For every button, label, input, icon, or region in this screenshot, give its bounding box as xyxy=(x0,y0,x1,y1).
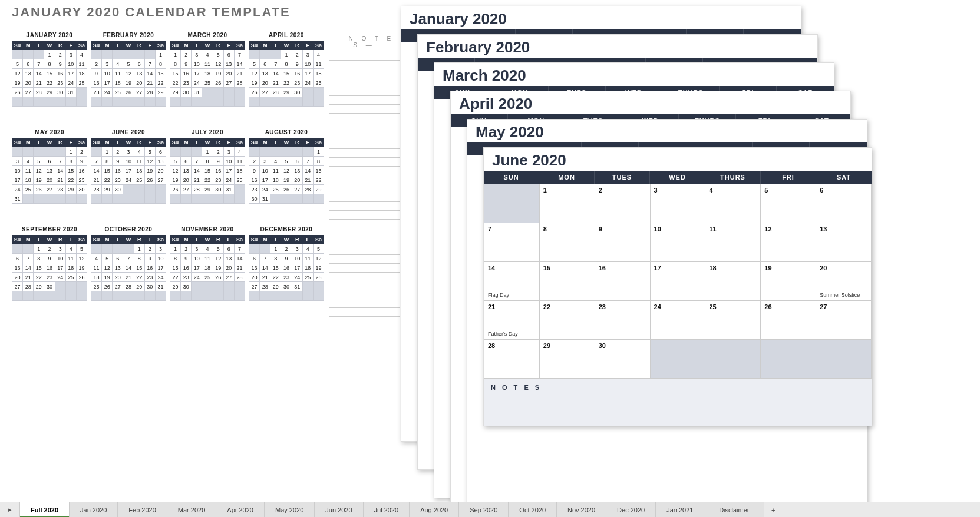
mini-day-cell: 17 xyxy=(123,166,134,175)
mini-day-cell: 11 xyxy=(202,59,213,69)
day-cell[interactable]: 5 xyxy=(761,184,816,223)
month-sheet-front: June 2020SUNMONTUESWEDTHURSFRISAT1234567… xyxy=(483,147,872,426)
day-cell[interactable]: 29 xyxy=(540,340,595,379)
day-cell[interactable]: 21Father's Day xyxy=(484,301,540,340)
mini-dow-header: Sa xyxy=(313,236,324,244)
mini-day-cell: 24 xyxy=(192,78,202,88)
mini-day-cell: 6 xyxy=(292,157,302,166)
day-cell[interactable]: 3 xyxy=(651,184,706,223)
day-cell[interactable]: 23 xyxy=(595,301,651,340)
notes-line xyxy=(329,193,400,202)
mini-day-cell xyxy=(134,194,144,204)
mini-day-cell: 24 xyxy=(292,273,302,282)
day-cell[interactable]: 13 xyxy=(816,223,872,262)
day-cell[interactable]: 2 xyxy=(595,184,651,223)
sheet-tab[interactable]: May 2020 xyxy=(265,502,315,517)
day-cell[interactable] xyxy=(816,340,872,379)
mini-day-cell xyxy=(144,194,155,204)
mini-month-table: SuMTWRFSa1234567891011121314151617181920… xyxy=(12,41,87,107)
tab-nav-prev-button[interactable]: ▸ xyxy=(0,502,20,517)
day-cell[interactable]: 26 xyxy=(761,301,816,340)
day-cell[interactable]: 20Summer Solstice xyxy=(816,262,872,301)
mini-day-cell: 20 xyxy=(134,78,144,88)
mini-day-cell: 20 xyxy=(181,175,192,185)
mini-day-cell xyxy=(249,291,260,301)
sheet-tab[interactable]: Aug 2020 xyxy=(410,502,459,517)
mini-day-cell: 15 xyxy=(270,263,281,273)
mini-day-cell: 1 xyxy=(202,147,213,157)
day-cell[interactable]: 7 xyxy=(484,223,540,262)
mini-day-cell xyxy=(192,282,202,291)
mini-dow-header: Su xyxy=(12,41,23,50)
notes-line xyxy=(329,211,400,220)
mini-day-cell xyxy=(91,291,102,301)
sheet-tab[interactable]: Oct 2020 xyxy=(509,502,557,517)
mini-day-cell: 5 xyxy=(76,244,87,254)
day-cell[interactable] xyxy=(705,340,761,379)
sheet-tab[interactable]: Jan 2020 xyxy=(70,502,118,517)
day-cell[interactable]: 14Flag Day xyxy=(484,262,540,301)
day-cell[interactable]: 27 xyxy=(816,301,872,340)
day-cell[interactable] xyxy=(484,184,540,223)
day-cell[interactable]: 19 xyxy=(761,262,816,301)
mini-dow-header: M xyxy=(102,236,113,244)
sheet-tab[interactable]: Feb 2020 xyxy=(118,502,167,517)
day-cell[interactable] xyxy=(761,340,816,379)
mini-day-cell: 14 xyxy=(234,254,245,263)
day-cell[interactable]: 28 xyxy=(484,340,540,379)
sheet-tab[interactable]: Full 2020 xyxy=(20,502,70,517)
day-cell[interactable]: 16 xyxy=(595,262,651,301)
day-cell[interactable]: 10 xyxy=(651,223,706,262)
mini-day-cell: 2 xyxy=(292,50,302,59)
mini-day-cell xyxy=(144,291,155,301)
mini-day-cell xyxy=(313,194,324,204)
dow-header-cell: SAT xyxy=(816,171,872,184)
day-cell[interactable]: 17 xyxy=(651,262,706,301)
day-cell[interactable]: 22 xyxy=(540,301,595,340)
mini-day-cell: 9 xyxy=(213,157,223,166)
mini-dow-header: F xyxy=(223,138,234,147)
mini-day-cell xyxy=(23,194,34,204)
mini-day-cell xyxy=(34,194,44,204)
mini-day-cell: 25 xyxy=(270,185,281,194)
mini-dow-header: F xyxy=(65,41,76,50)
mini-dow-header: Sa xyxy=(76,138,87,147)
mini-day-cell: 18 xyxy=(91,273,102,282)
month-notes-area[interactable]: N O T E S xyxy=(484,379,872,426)
day-cell[interactable]: 30 xyxy=(595,340,651,379)
sheet-tab[interactable]: Jul 2020 xyxy=(364,502,410,517)
day-cell[interactable]: 11 xyxy=(705,223,761,262)
sheet-tab[interactable]: Jun 2020 xyxy=(315,502,363,517)
mini-day-cell: 2 xyxy=(249,157,260,166)
sheet-tab[interactable]: Sep 2020 xyxy=(459,502,509,517)
mini-day-cell: 20 xyxy=(12,273,23,282)
mini-day-cell: 20 xyxy=(223,69,234,78)
day-cell[interactable]: 15 xyxy=(540,262,595,301)
mini-dow-header: Sa xyxy=(76,236,87,244)
sheet-tab[interactable]: Jan 2021 xyxy=(656,502,704,517)
day-cell[interactable]: 18 xyxy=(705,262,761,301)
day-cell[interactable]: 8 xyxy=(540,223,595,262)
mini-month-table: SuMTWRFSa1234567891011121314151617181920… xyxy=(12,235,87,301)
mini-day-cell: 18 xyxy=(313,69,324,78)
day-cell[interactable]: 25 xyxy=(705,301,761,340)
day-cell[interactable] xyxy=(651,340,706,379)
mini-day-cell xyxy=(102,291,113,301)
mini-day-cell: 5 xyxy=(144,147,155,157)
mini-day-cell xyxy=(12,244,23,254)
sheet-tab[interactable]: - Disclaimer - xyxy=(704,502,764,517)
day-cell[interactable]: 12 xyxy=(761,223,816,262)
sheet-tab[interactable]: Dec 2020 xyxy=(606,502,656,517)
sheet-tab[interactable]: Mar 2020 xyxy=(167,502,216,517)
sheet-tab[interactable]: Nov 2020 xyxy=(557,502,606,517)
day-cell[interactable]: 24 xyxy=(651,301,706,340)
day-cell[interactable]: 9 xyxy=(595,223,651,262)
add-sheet-button[interactable]: + xyxy=(764,502,782,517)
mini-day-cell: 13 xyxy=(134,69,144,78)
day-cell[interactable]: 4 xyxy=(705,184,761,223)
sheet-tab[interactable]: Apr 2020 xyxy=(216,502,265,517)
day-cell[interactable]: 1 xyxy=(540,184,595,223)
mini-dow-header: Sa xyxy=(234,41,245,50)
day-cell[interactable]: 6 xyxy=(816,184,872,223)
mini-day-cell xyxy=(65,97,76,107)
